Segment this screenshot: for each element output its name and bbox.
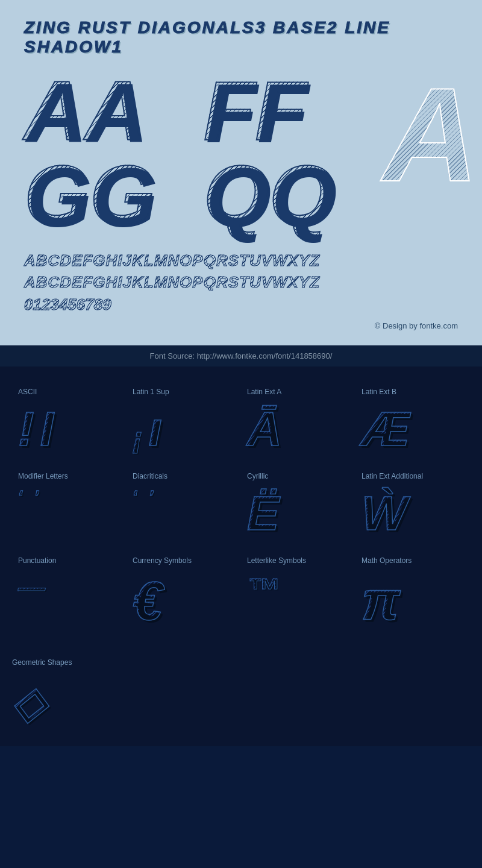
alphabet-section: ABCDEFGHIJKLMNOPQRSTUVWXYZ abcdefghijklm… xyxy=(24,250,458,315)
glyph-cell-modifier: Modifier Letters ʻ ʼ xyxy=(12,463,127,547)
letter-Q1: Q xyxy=(204,153,269,237)
glyph-cell-currency: Currency Symbols € xyxy=(127,547,241,637)
glyph-cell-diacriticals: Diacriticals ʻ ʼ xyxy=(127,463,241,547)
large-letters-gg: G G xyxy=(24,153,155,237)
glyph-cell-latin-ext-add: Latin Ext Additional Ẁ xyxy=(355,463,470,547)
glyph-label-latin-ext-a: Latin Ext A xyxy=(247,388,281,396)
glyph-char-euro: € xyxy=(133,574,163,628)
glyph-label-cyrillic: Cyrillic xyxy=(247,472,268,480)
glyph-char-emdash: — xyxy=(18,574,42,601)
glyph-cell-math: Math Operators π xyxy=(355,547,470,637)
glyph-section: ASCII ! I Latin 1 Sup ¡ ı Latin Ext A Ā … xyxy=(0,366,482,649)
large-letters-qq: Q Q xyxy=(204,153,335,237)
large-letters-aa: A A xyxy=(24,69,155,153)
glyph-cell-latin1sup: Latin 1 Sup ¡ ı xyxy=(127,379,241,463)
letter-G2: G xyxy=(90,153,155,237)
diacriticals-chars: ʻ ʼ xyxy=(133,489,157,506)
font-title: ZING RUST DIAGONALS3 BASE2 LINE SHADOW1 xyxy=(24,18,458,57)
glyph-label-latin1sup: Latin 1 Sup xyxy=(133,388,169,396)
glyph-char-yo: Ё xyxy=(247,489,279,538)
glyph-char-tm: ™ xyxy=(247,574,280,607)
glyph-char-w-grave: Ẁ xyxy=(362,489,407,538)
glyph-char-dotless-i: ı xyxy=(149,405,162,453)
glyph-cell-latin-ext-b: Latin Ext B Æ xyxy=(355,379,470,463)
letter-A2: A xyxy=(85,69,146,153)
glyph-label-ascii: ASCII xyxy=(18,388,37,396)
glyph-char-inv-exclamation: ¡ xyxy=(133,423,143,453)
letter-F1: F xyxy=(204,69,255,153)
glyph-cell-punctuation: Punctuation — xyxy=(12,547,127,637)
glyph-char-exclamation: ! xyxy=(18,405,34,453)
letter-Q2: Q xyxy=(269,153,335,237)
glyph-char-a-macron: Ā xyxy=(247,405,282,453)
glyph-char-i: I xyxy=(40,405,54,453)
glyph-char-ae: Æ xyxy=(362,405,410,453)
glyph-char-modifier1: ʻ ʼ xyxy=(18,489,43,506)
glyph-label-latin-ext-add: Latin Ext Additional xyxy=(362,472,423,480)
geo-label: Geometric Shapes xyxy=(12,658,470,667)
letter-G1: G xyxy=(24,153,90,237)
glyph-char-diacritic1: ʻ ʼ xyxy=(133,489,157,506)
glyph-cell-letterlike: Letterlike Symbols ™ xyxy=(241,547,355,637)
glyph-label-latin-ext-b: Latin Ext B xyxy=(362,388,396,396)
preview-section: ZING RUST DIAGONALS3 BASE2 LINE SHADOW1 … xyxy=(0,0,482,345)
glyph-label-modifier: Modifier Letters xyxy=(18,472,68,480)
modifier-chars: ʻ ʼ xyxy=(18,489,43,506)
glyph-label-diacriticals: Diacriticals xyxy=(133,472,167,480)
letter-A-outline: A xyxy=(383,69,479,201)
glyph-cell-cyrillic: Cyrillic Ё xyxy=(241,463,355,547)
font-source-bar: Font Source: http://www.fontke.com/font/… xyxy=(0,345,482,366)
glyph-cell-ascii: ASCII ! I xyxy=(12,379,127,463)
glyph-label-math: Math Operators xyxy=(362,556,412,565)
letter-A1: A xyxy=(24,69,85,153)
numbers-row: 0123456789 xyxy=(24,294,458,315)
glyph-char-diamond: ◇ xyxy=(12,680,45,727)
glyph-label-currency: Currency Symbols xyxy=(133,556,192,565)
letter-F2: F xyxy=(255,69,307,153)
large-letters-ff: F F xyxy=(204,69,335,153)
copyright-text: © Design by fontke.com xyxy=(24,321,458,333)
glyph-label-letterlike: Letterlike Symbols xyxy=(247,556,306,565)
glyph-char-pi: π xyxy=(362,574,400,628)
lowercase-alphabet: abcdefghijklmnopqrstuvwxyz xyxy=(24,271,458,293)
geometric-section: Geometric Shapes ◇ xyxy=(0,649,482,746)
glyph-label-punctuation: Punctuation xyxy=(18,556,56,565)
glyph-grid: ASCII ! I Latin 1 Sup ¡ ı Latin Ext A Ā … xyxy=(12,379,470,637)
uppercase-alphabet: ABCDEFGHIJKLMNOPQRSTUVWXYZ xyxy=(24,250,458,271)
glyph-cell-latin-ext-a: Latin Ext A Ā xyxy=(241,379,355,463)
font-source-text: Font Source: http://www.fontke.com/font/… xyxy=(150,351,333,360)
